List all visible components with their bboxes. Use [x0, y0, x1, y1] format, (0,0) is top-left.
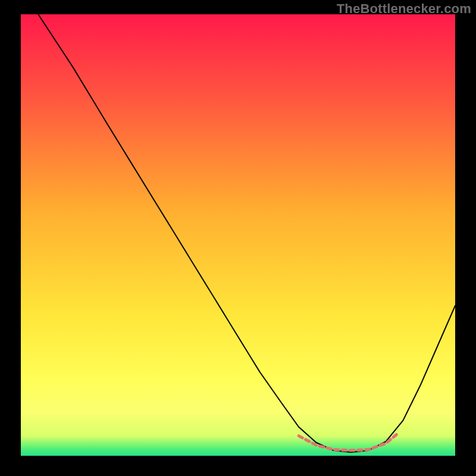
gradient-background: [21, 14, 455, 456]
chart-frame: TheBottlenecker.com: [0, 0, 476, 476]
chart-svg: [21, 14, 455, 456]
plot-area: [21, 14, 455, 456]
